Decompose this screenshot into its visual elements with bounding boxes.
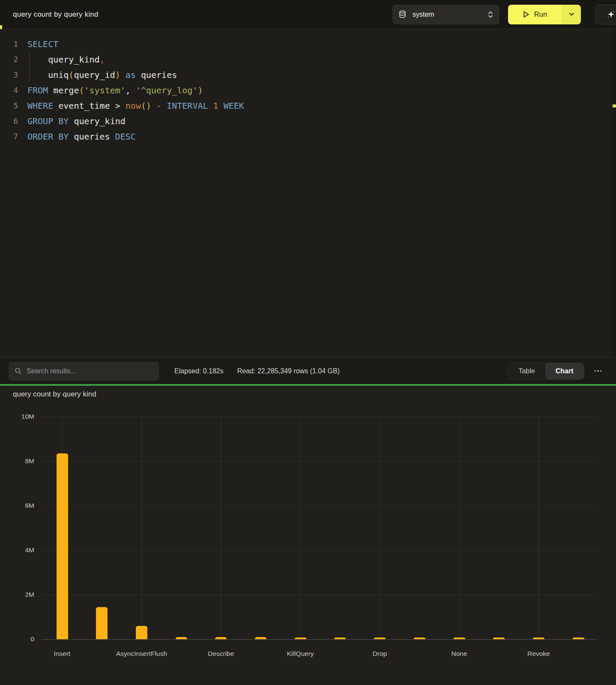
run-button-label: Run — [534, 10, 547, 18]
line-number: 3 — [0, 67, 18, 83]
code-line[interactable]: 1SELECT — [0, 36, 616, 52]
up-down-chevron-icon — [487, 10, 493, 19]
chart-bar[interactable] — [136, 626, 147, 639]
database-selector-value: system — [413, 11, 434, 18]
chart-bar[interactable] — [493, 637, 505, 639]
view-toggle: Table Chart — [508, 363, 584, 380]
x-axis-tick-label: AsyncInsertFlush — [103, 650, 180, 658]
query-topbar: query count by query kind system — [0, 0, 616, 29]
y-axis-tick-label: 10M — [9, 413, 34, 420]
database-icon — [398, 10, 407, 18]
run-button[interactable]: Run — [508, 5, 562, 24]
line-number: 1 — [0, 36, 18, 52]
chart-bar[interactable] — [414, 637, 425, 639]
search-box — [9, 362, 159, 381]
ai-assistant-button[interactable] — [595, 5, 616, 24]
ellipsis-icon — [595, 370, 596, 372]
x-axis-tick-label: Describe — [182, 650, 260, 658]
horizontal-gridline — [42, 550, 598, 551]
chart-bar[interactable] — [295, 637, 306, 639]
chart-panel: query count by query kind 02M4M6M8M10MIn… — [0, 386, 616, 685]
run-options-button[interactable] — [562, 5, 581, 24]
chart-title: query count by query kind — [13, 390, 96, 399]
code-line[interactable]: 6GROUP BY query_kind — [0, 113, 616, 129]
vertical-gridline — [459, 417, 460, 639]
horizontal-gridline — [42, 461, 598, 462]
chart-bar[interactable] — [573, 637, 584, 639]
horizontal-gridline — [42, 417, 598, 417]
elapsed-stat: Elapsed: 0.182s — [174, 367, 224, 375]
horizontal-gridline — [42, 595, 598, 595]
chart-bar[interactable] — [176, 637, 187, 639]
more-options-button[interactable] — [593, 367, 604, 375]
search-icon — [15, 367, 22, 375]
horizontal-gridline — [42, 506, 598, 506]
chart-bar[interactable] — [96, 607, 108, 639]
code-line[interactable]: 3 uniq(query_id) as queries — [0, 67, 616, 83]
y-axis-tick-label: 6M — [9, 502, 34, 509]
chart-bar[interactable] — [57, 453, 68, 639]
code-line[interactable]: 2 query_kind, — [0, 52, 616, 67]
line-number: 4 — [0, 83, 18, 98]
overview-ruler-mark — [613, 104, 616, 107]
sparkle-icon — [607, 10, 615, 18]
y-axis-tick-label: 0 — [9, 635, 34, 643]
play-icon — [523, 11, 529, 18]
run-button-group: Run — [508, 5, 581, 24]
vertical-gridline — [300, 417, 301, 639]
database-selector[interactable]: system — [392, 5, 499, 24]
chart-bar[interactable] — [215, 637, 227, 639]
code-line[interactable]: 5WHERE event_time > now() - INTERVAL 1 W… — [0, 98, 616, 113]
query-title: query count by query kind — [13, 10, 99, 19]
chart-bar[interactable] — [533, 637, 544, 639]
code-line[interactable]: 7ORDER BY queries DESC — [0, 129, 616, 144]
chevron-down-icon — [569, 12, 574, 16]
chart-bar[interactable] — [454, 637, 465, 639]
x-axis-tick-label: Drop — [341, 650, 419, 658]
x-axis-tick-label: KillQuery — [262, 650, 339, 658]
vertical-gridline — [538, 417, 539, 639]
topbar-controls: system Run — [392, 5, 616, 24]
vertical-gridline — [141, 417, 142, 639]
y-axis-tick-label: 4M — [9, 546, 34, 554]
results-toolbar: Elapsed: 0.182s Read: 22,285,349 rows (1… — [0, 357, 616, 384]
chart-view-button[interactable]: Chart — [545, 363, 584, 379]
x-axis-tick-label: None — [421, 650, 498, 658]
line-number: 5 — [0, 98, 18, 113]
sql-editor[interactable]: 1SELECT2 query_kind,3 uniq(query_id) as … — [0, 29, 616, 357]
vertical-gridline — [380, 417, 380, 639]
code-lines: 1SELECT2 query_kind,3 uniq(query_id) as … — [0, 36, 616, 144]
x-axis-tick-label: Insert — [24, 650, 101, 658]
line-number: 7 — [0, 129, 18, 144]
table-view-button[interactable]: Table — [508, 363, 545, 379]
chart-bar[interactable] — [255, 637, 266, 639]
search-results-input[interactable] — [27, 367, 153, 375]
x-axis-tick-label: Revoke — [500, 650, 577, 658]
read-stat: Read: 22,285,349 rows (1.04 GB) — [237, 367, 340, 375]
code-line[interactable]: 4FROM merge('system', '^query_log') — [0, 83, 616, 98]
indent-guide — [29, 52, 30, 82]
chart-bar[interactable] — [374, 637, 386, 639]
chart-bar[interactable] — [334, 637, 346, 639]
editor-scrollbar[interactable] — [613, 29, 616, 357]
y-axis-tick-label: 2M — [9, 591, 34, 599]
x-axis-line — [42, 639, 598, 640]
line-number: 6 — [0, 113, 18, 129]
vertical-gridline — [221, 417, 221, 639]
line-number: 2 — [0, 52, 18, 67]
y-axis-tick-label: 8M — [9, 457, 34, 465]
